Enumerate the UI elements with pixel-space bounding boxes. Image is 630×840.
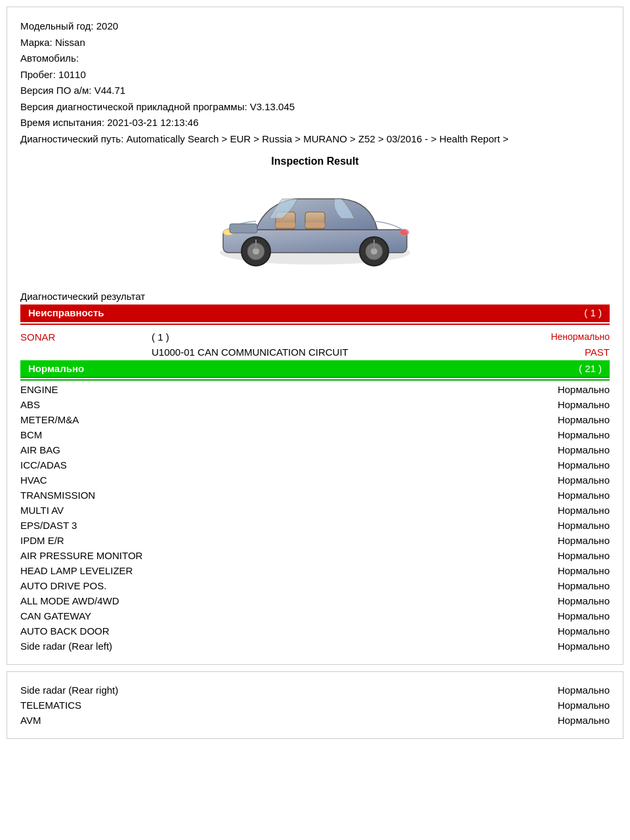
system-name: EPS/DAST 3 [20, 520, 531, 531]
system-row: AUTO DRIVE POS.Нормально [20, 578, 610, 593]
system-name: Side radar (Rear left) [20, 640, 531, 652]
system-name: AIR PRESSURE MONITOR [20, 550, 531, 561]
normal-line [20, 379, 610, 381]
system-name: METER/M&A [20, 414, 531, 425]
system-name: ENGINE [20, 384, 531, 395]
system-name: AUTO BACK DOOR [20, 625, 531, 637]
system-status: Нормально [531, 640, 610, 652]
diag-result-label: Диагностический результат [20, 291, 610, 302]
system-name: BCM [20, 429, 531, 440]
system-row: BCMНормально [20, 427, 610, 442]
system-status: Нормально [531, 474, 610, 486]
svg-rect-4 [276, 222, 295, 228]
system-status: Нормально [531, 715, 610, 726]
system-row: ABSНормально [20, 397, 610, 412]
sonar-count: ( 1 ) [152, 331, 191, 343]
system-name: TELEMATICS [20, 700, 531, 711]
system-status: Нормально [531, 399, 610, 410]
svg-point-13 [400, 229, 409, 236]
system-status: Нормально [531, 550, 610, 561]
car-diagram-icon [210, 174, 420, 279]
system-row: ICC/ADASНормально [20, 457, 610, 472]
model-year: Модельный год: 2020 [20, 19, 610, 34]
svg-rect-5 [305, 222, 325, 228]
system-row: CAN GATEWAYНормально [20, 608, 610, 623]
car: Автомобиль: [20, 51, 610, 66]
svg-rect-16 [230, 224, 257, 233]
system-row: AUTO BACK DOORНормально [20, 623, 610, 639]
system-status: Нормально [531, 565, 610, 576]
fault-bar-label: Неисправность [28, 307, 579, 318]
card2-systems-list: Side radar (Rear right)НормальноTELEMATI… [20, 682, 610, 728]
system-name: Side radar (Rear right) [20, 684, 531, 696]
system-row: ALL MODE AWD/4WDНормально [20, 593, 610, 608]
normal-bar-label: Нормально [28, 363, 574, 374]
diag-path: Диагностический путь: Automatically Sear… [20, 132, 610, 147]
system-row: HEAD LAMP LEVELIZERНормально [20, 563, 610, 578]
sonar-name: SONAR [20, 331, 152, 343]
system-row: TRANSMISSIONНормально [20, 488, 610, 503]
fw-version: Версия ПО а/м: V44.71 [20, 83, 610, 98]
system-row: METER/M&AНормально [20, 412, 610, 427]
systems-list: ENGINEНормальноABSНормальноMETER/M&AНорм… [20, 382, 610, 654]
system-row: HVACНормально [20, 472, 610, 488]
fault-bar-count: ( 1 ) [584, 307, 602, 318]
system-row: Side radar (Rear left)Нормально [20, 639, 610, 654]
system-row: AIR PRESSURE MONITORНормально [20, 548, 610, 563]
system-status: Нормально [531, 490, 610, 501]
system-name: CAN GATEWAY [20, 610, 531, 621]
system-name: HVAC [20, 474, 531, 486]
system-row: Side radar (Rear right)Нормально [20, 682, 610, 698]
system-name: IPDM E/R [20, 535, 531, 546]
system-status: Нормально [531, 459, 610, 471]
info-block: Модельный год: 2020 Марка: Nissan Автомо… [20, 19, 610, 146]
system-status: Нормально [531, 684, 610, 696]
fault-bar: Неисправность ( 1 ) [20, 304, 610, 322]
system-name: AUTO DRIVE POS. [20, 580, 531, 591]
abnormal-label: Ненормально [191, 331, 610, 342]
system-status: Нормально [531, 414, 610, 425]
sonar-row: SONAR ( 1 ) Ненормально [20, 329, 610, 345]
system-row: MULTI AVНормально [20, 503, 610, 518]
card2: Side radar (Rear right)НормальноTELEMATI… [7, 671, 623, 739]
system-name: AVM [20, 715, 531, 726]
normal-bar-count: ( 21 ) [579, 363, 602, 374]
brand: Марка: Nissan [20, 35, 610, 51]
system-row: TELEMATICSНормально [20, 698, 610, 713]
system-status: Нормально [531, 625, 610, 637]
app-version: Версия диагностической прикладной програ… [20, 100, 610, 115]
system-name: TRANSMISSION [20, 490, 531, 501]
dtc-row: U1000-01 CAN COMMUNICATION CIRCUIT PAST [20, 345, 610, 360]
system-row: IPDM E/RНормально [20, 533, 610, 548]
system-status: Нормально [531, 505, 610, 516]
system-name: AIR BAG [20, 444, 531, 455]
system-status: Нормально [531, 520, 610, 531]
system-name: HEAD LAMP LEVELIZER [20, 565, 531, 576]
system-status: Нормально [531, 535, 610, 546]
system-status: Нормально [531, 595, 610, 606]
system-status: Нормально [531, 700, 610, 711]
mileage: Пробег: 10110 [20, 68, 610, 83]
system-status: Нормально [531, 444, 610, 455]
system-row: AVMНормально [20, 713, 610, 728]
normal-bar: Нормально ( 21 ) [20, 360, 610, 378]
system-status: Нормально [531, 610, 610, 621]
inspection-title: Inspection Result [20, 156, 610, 167]
test-time: Время испытания: 2021-03-21 12:13:46 [20, 116, 610, 131]
system-name: ALL MODE AWD/4WD [20, 595, 531, 606]
system-name: ICC/ADAS [20, 459, 531, 471]
system-row: EPS/DAST 3Нормально [20, 518, 610, 533]
fault-line [20, 324, 610, 325]
car-image-container [20, 174, 610, 279]
dtc-status: PAST [557, 346, 610, 358]
system-row: AIR BAGНормально [20, 442, 610, 457]
system-status: Нормально [531, 580, 610, 591]
system-name: ABS [20, 399, 531, 410]
system-row: ENGINEНормально [20, 382, 610, 397]
system-status: Нормально [531, 384, 610, 395]
dtc-code: U1000-01 CAN COMMUNICATION CIRCUIT [20, 346, 557, 358]
system-status: Нормально [531, 429, 610, 440]
system-name: MULTI AV [20, 505, 531, 516]
